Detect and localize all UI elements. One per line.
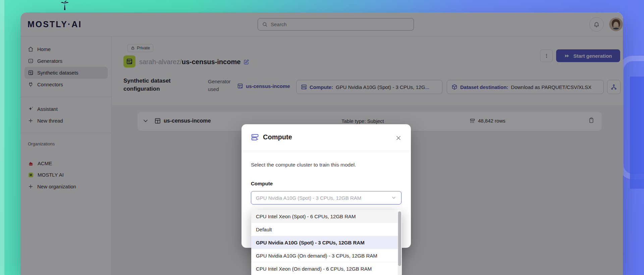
option-label: Default xyxy=(256,227,272,232)
compute-select-value: GPU Nvidia A10G (Spot) - 3 CPUs, 12GB RA… xyxy=(256,195,391,201)
option-cpu-intel-xeon-spot[interactable]: CPU Intel Xeon (Spot) - 6 CPUs, 12GB RAM xyxy=(251,210,398,223)
compute-field-label: Compute xyxy=(251,181,273,186)
desktop-left-stripe xyxy=(0,0,4,275)
compute-options-dropdown: CPU Intel Xeon (Spot) - 6 CPUs, 12GB RAM… xyxy=(251,210,402,275)
dropdown-scrollbar-thumb[interactable] xyxy=(398,212,401,266)
modal-description: Select the compute cluster to train this… xyxy=(251,162,356,168)
modal-title: Compute xyxy=(263,133,292,141)
desktop: MOSTLY·AI xyxy=(0,0,644,275)
option-gpu-nvidia-a10g-on-demand[interactable]: GPU Nvidia A10G (On demand) - 3 CPUs, 12… xyxy=(251,249,398,262)
option-gpu-nvidia-a10g-spot[interactable]: GPU Nvidia A10G (Spot) - 3 CPUs, 12GB RA… xyxy=(251,236,398,249)
modal-header: Compute xyxy=(241,124,411,151)
chevron-down-icon xyxy=(391,195,396,200)
compute-select[interactable]: GPU Nvidia A10G (Spot) - 3 CPUs, 12GB RA… xyxy=(251,191,401,204)
option-label: CPU Intel Xeon (Spot) - 6 CPUs, 12GB RAM xyxy=(256,214,356,219)
palm-tree-icon xyxy=(60,0,69,10)
option-default[interactable]: Default xyxy=(251,223,398,236)
close-icon[interactable] xyxy=(394,134,403,142)
option-cpu-intel-xeon-on-demand[interactable]: CPU Intel Xeon (On demand) - 6 CPUs, 12G… xyxy=(251,262,398,275)
option-label: GPU Nvidia A10G (On demand) - 3 CPUs, 12… xyxy=(256,253,377,259)
option-label: GPU Nvidia A10G (Spot) - 3 CPUs, 12GB RA… xyxy=(256,240,365,245)
option-label: CPU Intel Xeon (On demand) - 6 CPUs, 12G… xyxy=(256,266,372,272)
compute-icon xyxy=(251,133,259,141)
desktop-blue-bar xyxy=(630,77,644,189)
